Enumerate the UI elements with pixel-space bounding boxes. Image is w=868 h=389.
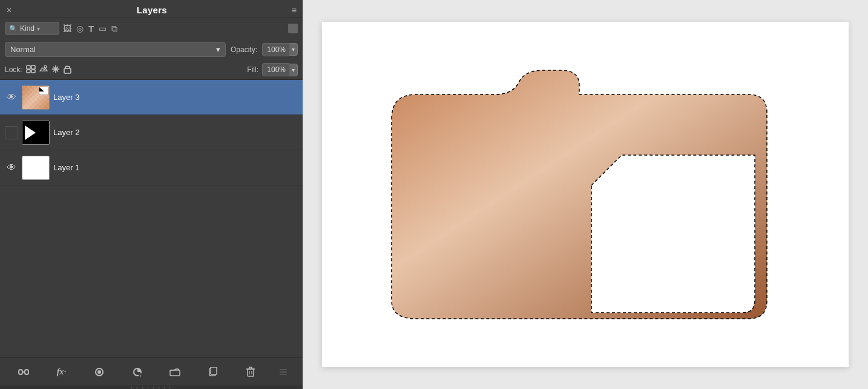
canvas-background — [322, 22, 849, 367]
svg-rect-17 — [170, 370, 180, 376]
fill-group: ▾ — [262, 63, 298, 76]
chevron-down-icon: ▾ — [37, 25, 40, 32]
new-fill-button[interactable]: + — [128, 363, 146, 381]
eye-icon-layer3: 👁 — [7, 92, 16, 103]
layer-list: 👁 Layer 3 Layer 2 👁 — [0, 80, 303, 357]
folder-graphic — [355, 46, 815, 343]
fx-button[interactable]: fx + — [53, 363, 71, 381]
blend-dropdown-arrow: ▾ — [216, 45, 220, 54]
lock-pixels-icon[interactable] — [26, 65, 36, 75]
layer-name-layer1: Layer 1 — [53, 163, 79, 172]
svg-point-13 — [97, 370, 101, 374]
kind-label: Kind — [20, 24, 35, 33]
layer-thumb-layer2 — [22, 121, 50, 145]
panel-title: Layers — [137, 5, 167, 15]
grip-dots: • • • • • • • • — [131, 385, 172, 390]
delete-layer-button[interactable] — [242, 363, 260, 381]
panel-bottom-grip: • • • • • • • • — [0, 385, 303, 389]
blend-mode-label: Normal — [10, 45, 36, 54]
svg-rect-0 — [27, 65, 30, 69]
svg-rect-1 — [31, 65, 35, 69]
layer-item-layer2[interactable]: Layer 2 — [0, 115, 303, 150]
fill-label: Fill: — [247, 65, 258, 74]
shape-filter-icon[interactable]: ▭ — [99, 24, 107, 33]
visibility-toggle-layer3[interactable]: 👁 — [5, 91, 18, 104]
smart-filter-icon[interactable]: ⧉ — [111, 24, 117, 34]
layer-name-layer2: Layer 2 — [53, 128, 79, 137]
svg-rect-9 — [64, 68, 71, 73]
svg-rect-20 — [248, 369, 254, 376]
text-filter-icon[interactable]: T — [88, 24, 94, 34]
new-layer-button[interactable] — [204, 363, 222, 381]
eye-icon-layer1: 👁 — [7, 162, 16, 173]
visibility-toggle-layer2[interactable] — [5, 126, 18, 139]
lock-label: Lock: — [5, 65, 22, 74]
layer-item-layer1[interactable]: 👁 Layer 1 — [0, 150, 303, 185]
panel-menu-icon[interactable]: ≡ — [292, 5, 297, 15]
svg-point-4 — [44, 65, 47, 68]
image-filter-icon[interactable]: 🖼 — [63, 24, 71, 33]
thumb-mask-layer3 — [39, 87, 48, 95]
add-mask-button[interactable] — [90, 363, 108, 381]
lock-image-icon[interactable] — [39, 64, 48, 75]
layer-name-layer3: Layer 3 — [53, 93, 79, 102]
layer-thumb-layer1 — [22, 156, 50, 180]
filter-row: 🔍 Kind ▾ 🖼 ◎ T ▭ ⧉ — [0, 18, 303, 39]
thumb-flag-layer2 — [22, 121, 49, 144]
lock-position-icon[interactable] — [51, 64, 61, 76]
fill-input[interactable] — [262, 63, 289, 76]
svg-rect-19 — [211, 367, 217, 374]
lock-row: Lock: — [0, 60, 303, 80]
panel-resize-handle[interactable] — [280, 369, 288, 375]
link-layers-button[interactable] — [15, 363, 33, 381]
svg-rect-3 — [31, 70, 35, 73]
thumb-white-layer1 — [22, 156, 49, 179]
opacity-label: Opacity: — [231, 45, 257, 54]
blend-mode-row: Normal ▾ Opacity: ▾ — [0, 39, 303, 60]
opacity-arrow[interactable]: ▾ — [289, 43, 298, 56]
close-button[interactable]: ✕ — [6, 6, 12, 15]
svg-rect-11 — [25, 370, 28, 374]
layer-item-layer3[interactable]: 👁 Layer 3 — [0, 80, 303, 115]
svg-text:+: + — [139, 373, 142, 377]
lock-all-icon[interactable] — [64, 64, 71, 76]
opacity-input[interactable] — [262, 43, 289, 56]
opacity-group: ▾ — [262, 43, 298, 56]
layers-panel: ✕ Layers ≡ 🔍 Kind ▾ 🖼 ◎ T ▭ ⧉ Normal ▾ O… — [0, 0, 303, 389]
lock-icons — [26, 64, 71, 76]
filter-icons: 🖼 ◎ T ▭ ⧉ — [63, 24, 117, 34]
visibility-toggle-layer1[interactable]: 👁 — [5, 161, 18, 175]
adjustment-filter-icon[interactable]: ◎ — [76, 24, 84, 33]
panel-title-bar: ✕ Layers ≡ — [0, 0, 303, 18]
svg-rect-10 — [19, 370, 22, 374]
fx-label: fx — [57, 367, 64, 377]
kind-dropdown[interactable]: 🔍 Kind ▾ — [5, 22, 59, 35]
panel-visibility-icon[interactable] — [288, 24, 298, 33]
layer-thumb-layer3 — [22, 85, 50, 110]
blend-mode-dropdown[interactable]: Normal ▾ — [5, 42, 226, 57]
new-group-button[interactable] — [166, 363, 184, 381]
fill-arrow[interactable]: ▾ — [289, 64, 298, 76]
panel-toolbar: fx + + — [0, 357, 303, 385]
svg-rect-22 — [249, 367, 252, 369]
canvas-area — [303, 0, 868, 389]
fx-dot: + — [64, 369, 67, 374]
search-icon: 🔍 — [9, 25, 18, 33]
svg-rect-2 — [27, 70, 30, 73]
